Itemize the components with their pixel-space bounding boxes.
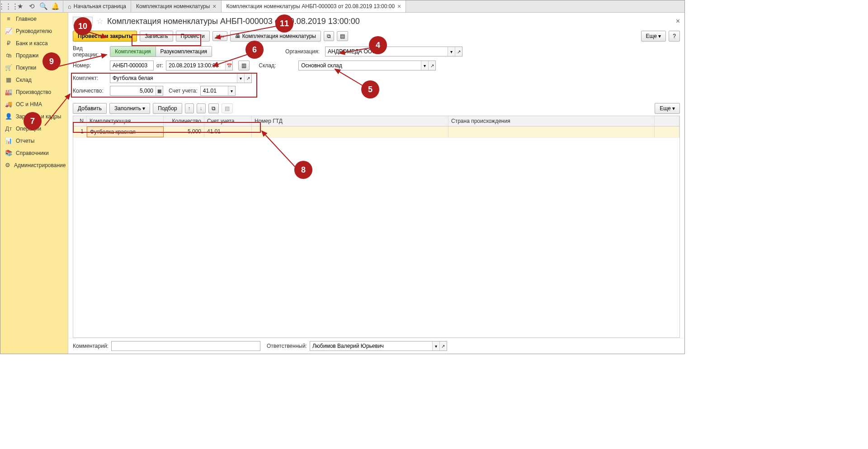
- grid-icon: ▦: [5, 76, 12, 83]
- related-icon[interactable]: ⧉: [324, 31, 334, 41]
- apps-icon[interactable]: ⋮⋮⋮: [2, 0, 14, 12]
- sidebar-item-label: Производство: [16, 89, 51, 95]
- add-row-button[interactable]: Добавить: [73, 103, 107, 114]
- more-button[interactable]: Еще ▾: [641, 31, 666, 42]
- dt-icon: Дт: [5, 125, 12, 132]
- tab-list[interactable]: Комплектация номенклатуры ×: [131, 0, 222, 12]
- tab-document[interactable]: Комплектация номенклатуры АНБП-000003 от…: [222, 0, 406, 12]
- calculator-icon[interactable]: ▦: [156, 86, 163, 95]
- sidebar-item-admin[interactable]: ⚙Администрирование: [0, 159, 68, 171]
- sidebar-item-label: Склад: [16, 77, 32, 83]
- organization-label: Организация:: [285, 48, 322, 55]
- print-button[interactable]: 🖶 Комплектация номенклатуры: [230, 31, 321, 42]
- warehouse-input[interactable]: [299, 61, 421, 70]
- sidebar-item-reports[interactable]: 📊Отчеты: [0, 135, 68, 147]
- pick-button[interactable]: Подбор: [153, 103, 182, 114]
- date-input[interactable]: [166, 61, 225, 70]
- cart-icon: 🛒: [5, 64, 12, 71]
- tab-close-icon[interactable]: ×: [212, 3, 216, 10]
- tab-close-icon[interactable]: ×: [397, 3, 401, 10]
- toggle-dekitting[interactable]: Разукомплектация: [156, 47, 212, 56]
- warehouse-icon[interactable]: ▥: [238, 61, 250, 70]
- col-gtd[interactable]: Номер ГТД: [252, 116, 448, 126]
- toggle-kitting[interactable]: Комплектация: [110, 47, 156, 56]
- star-icon[interactable]: ★: [14, 0, 26, 12]
- attach-icon[interactable]: ▤: [337, 31, 348, 41]
- cell-account[interactable]: 41.01: [204, 126, 252, 137]
- top-toolbar: ⋮⋮⋮ ★ ⟲ 🔍 🔔 ⌂ Начальная страница Комплек…: [0, 0, 684, 13]
- ruble-icon: ₽: [5, 40, 12, 47]
- kit-input[interactable]: [110, 74, 237, 83]
- printer-icon: 🖶: [235, 33, 242, 39]
- cell-n: 1: [73, 126, 87, 137]
- tab-home-label: Начальная страница: [74, 3, 126, 9]
- sidebar-item-main[interactable]: ≡Главное: [0, 13, 68, 25]
- dtkt-icon[interactable]: ДтКт: [212, 31, 228, 41]
- dropdown-icon[interactable]: ▾: [228, 86, 235, 95]
- organization-input[interactable]: [326, 47, 448, 56]
- warehouse-label: Склад:: [259, 62, 296, 69]
- number-input[interactable]: [110, 61, 153, 70]
- post-button[interactable]: Провести: [176, 31, 210, 42]
- chart-icon: 📈: [5, 28, 12, 34]
- cell-gtd[interactable]: [252, 126, 448, 137]
- favorite-star-icon[interactable]: ☆: [96, 16, 104, 26]
- cell-component[interactable]: Футболка красная: [87, 126, 164, 137]
- menu-icon: ≡: [5, 15, 12, 22]
- col-quantity[interactable]: Количество: [164, 116, 204, 126]
- dropdown-icon[interactable]: ▾: [237, 74, 244, 83]
- move-down-icon[interactable]: ↓: [197, 103, 206, 113]
- sidebar-item-manager[interactable]: 📈Руководителю: [0, 25, 68, 37]
- responsible-input[interactable]: [310, 341, 432, 351]
- comment-label: Комментарий:: [73, 343, 108, 349]
- copy-icon[interactable]: ⧉: [208, 103, 219, 113]
- quantity-label: Количество:: [73, 88, 107, 94]
- sidebar-item-purchases[interactable]: 🛒Покупки: [0, 61, 68, 74]
- close-icon[interactable]: ×: [676, 17, 680, 25]
- sidebar-item-bank[interactable]: ₽Банк и касса: [0, 37, 68, 49]
- dropdown-icon[interactable]: ▾: [421, 61, 428, 70]
- table-more-button[interactable]: Еще ▾: [655, 103, 680, 114]
- open-icon[interactable]: ↗: [428, 61, 435, 70]
- tab-home[interactable]: ⌂ Начальная страница: [63, 0, 131, 12]
- nav-back-icon[interactable]: ←: [73, 17, 82, 26]
- col-component[interactable]: Комплектующая: [87, 116, 164, 126]
- cell-country[interactable]: [448, 126, 655, 137]
- open-icon[interactable]: ↗: [455, 47, 462, 56]
- nav-forward-icon[interactable]: →: [84, 17, 93, 26]
- col-country[interactable]: Страна происхождения: [448, 116, 655, 126]
- cell-quantity[interactable]: 5,000: [164, 126, 204, 137]
- paste-icon[interactable]: ▤: [222, 103, 233, 113]
- sidebar-item-warehouse[interactable]: ▦Склад: [0, 74, 68, 86]
- fill-button[interactable]: Заполнить ▾: [109, 103, 150, 114]
- col-account[interactable]: Счет учета: [204, 116, 252, 126]
- dropdown-icon[interactable]: ▾: [448, 47, 455, 56]
- bell-icon[interactable]: 🔔: [49, 0, 61, 12]
- table-row[interactable]: 1 Футболка красная 5,000 41.01: [73, 126, 679, 138]
- account-input[interactable]: [201, 86, 228, 95]
- search-icon[interactable]: 🔍: [38, 0, 49, 12]
- open-icon[interactable]: ↗: [244, 74, 251, 83]
- page-title: Комплектация номенклатуры АНБП-000003 от…: [107, 17, 360, 26]
- factory-icon: 🏭: [5, 89, 12, 95]
- sidebar-item-operations[interactable]: ДтОперации: [0, 122, 68, 135]
- dropdown-icon[interactable]: ▾: [432, 341, 439, 351]
- sidebar-item-catalogs[interactable]: 📚Справочники: [0, 147, 68, 159]
- open-icon[interactable]: ↗: [439, 341, 447, 351]
- sidebar-item-hr[interactable]: 👤Зарплата и кадры: [0, 110, 68, 122]
- comment-input[interactable]: [112, 341, 260, 351]
- help-button[interactable]: ?: [669, 31, 680, 42]
- history-icon[interactable]: ⟲: [26, 0, 38, 12]
- post-and-close-button[interactable]: Провести и закрыть: [73, 31, 137, 42]
- calendar-icon[interactable]: 📅: [225, 61, 232, 70]
- date-prefix-label: от:: [156, 62, 163, 69]
- quantity-input[interactable]: [110, 86, 156, 95]
- sidebar-item-assets[interactable]: 🚚ОС и НМА: [0, 98, 68, 110]
- col-n[interactable]: N: [73, 116, 87, 126]
- move-up-icon[interactable]: ↑: [185, 103, 194, 113]
- sidebar-item-label: Справочники: [16, 150, 49, 156]
- sidebar-item-production[interactable]: 🏭Производство: [0, 86, 68, 98]
- sidebar-item-label: Банк и касса: [16, 40, 48, 47]
- sidebar-item-sales[interactable]: 🛍Продажи: [0, 49, 68, 61]
- write-button[interactable]: Записать: [140, 31, 173, 42]
